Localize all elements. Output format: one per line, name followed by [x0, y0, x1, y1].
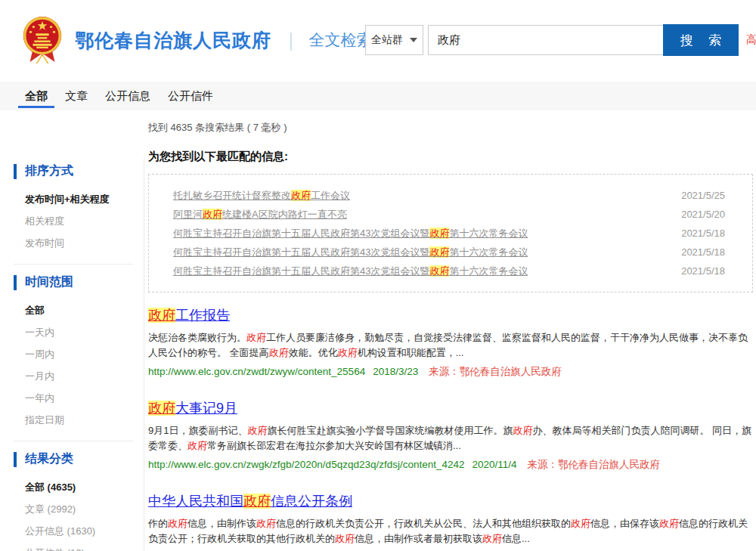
matched-link[interactable]: 阿里河政府统建楼A区院内路灯一直不亮	[173, 205, 347, 224]
site-title: 鄂伦春自治旗人民政府	[75, 28, 271, 53]
matched-row: 托扎敏乡召开统计督察整改政府工作会议2021/5/25	[173, 186, 725, 205]
result-title-link[interactable]: 政府大事记9月	[148, 401, 237, 416]
tab-public-letter[interactable]: 公开信件	[161, 82, 220, 108]
sidebar-item-time-3[interactable]: 一月内	[0, 365, 144, 387]
sidebar-item-category-3[interactable]: 公开信件 (13)	[0, 542, 144, 551]
keyword-highlight: 政府	[187, 440, 207, 451]
sidebar-accent-bar	[14, 164, 17, 179]
results-list: 政府工作报告决惩治各类腐败行为。政府工作人员要廉洁修身，勤勉尽责，自觉接受法律监…	[148, 307, 753, 551]
keyword-highlight: 政府	[429, 265, 449, 277]
search-result: 政府大事记9月9月1日，旗委副书记、政府旗长何胜宝赴旗实验小学督导国家统编教材使…	[148, 400, 753, 472]
sidebar-item-category-2[interactable]: 公开信息 (1630)	[0, 520, 144, 542]
text-segment: 大事记9月	[175, 401, 237, 416]
sidebar-divider	[14, 264, 133, 265]
tab-article[interactable]: 文章	[58, 82, 94, 108]
result-title: 政府工作报告	[148, 307, 753, 323]
keyword-highlight: 政府	[256, 518, 276, 529]
keyword-highlight: 政府	[168, 518, 187, 529]
matched-link[interactable]: 何胜宝主持召开自治旗第十五届人民政府第43次党组会议暨政府第十六次常务会议	[173, 243, 528, 262]
matched-date: 2021/5/18	[681, 262, 725, 280]
result-title-link[interactable]: 政府工作报告	[148, 308, 230, 323]
search-scope-select[interactable]: 全站群	[365, 25, 423, 55]
text-segment: 工作会议	[311, 190, 350, 201]
keyword-highlight: 政府	[659, 518, 679, 529]
results-main: 为您找到以下最匹配的信息: 托扎敏乡召开统计督察整改政府工作会议2021/5/2…	[148, 150, 753, 551]
sidebar-item-sort-2[interactable]: 发布时间	[0, 232, 144, 254]
matched-date: 2021/5/18	[681, 243, 725, 262]
site-subtitle: 全文检索	[309, 29, 373, 51]
search-bar: 全站群 搜 索 高	[365, 24, 756, 56]
sidebar-divider	[14, 441, 133, 441]
text-segment: 决惩治各类腐败行为。	[148, 332, 246, 343]
sidebar-item-time-0[interactable]: 全部	[0, 299, 144, 321]
text-segment: 信息公开条例	[271, 494, 352, 509]
result-date: 2020/11/4	[472, 459, 517, 470]
result-url-line: http://www.elc.gov.cn/zwgk/zfgb/2020n/d5…	[148, 458, 753, 472]
national-emblem-logo	[19, 15, 66, 65]
search-results-page: 鄂伦春自治旗人民政府 ｜ 全文检索 全站群 搜 索 高 全部文章公开信息公开信件…	[0, 0, 756, 551]
matched-date: 2021/5/20	[681, 205, 725, 224]
sidebar-item-time-2[interactable]: 一周内	[0, 343, 144, 365]
text-segment: 信息，由制作或者最初获取该	[355, 533, 482, 544]
sidebar-item-time-1[interactable]: 一天内	[0, 321, 144, 343]
sidebar-accent-bar	[14, 275, 17, 290]
keyword-highlight: 政府	[429, 228, 449, 239]
text-segment: 效能。优化	[289, 347, 338, 358]
result-source: 来源：鄂伦春自治旗人民政府	[528, 459, 661, 470]
matched-heading: 为您找到以下最匹配的信息:	[148, 150, 753, 164]
matched-row: 何胜宝主持召开自治旗第十五届人民政府第43次党组会议暨政府第十六次常务会议202…	[173, 243, 725, 262]
keyword-highlight: 政府	[246, 332, 266, 343]
matched-link[interactable]: 何胜宝主持召开自治旗第十五届人民政府第43次党组会议暨政府第十六次常务会议	[173, 262, 528, 280]
text-segment: 第十六次常务会议	[449, 228, 528, 239]
keyword-highlight: 政府	[291, 190, 311, 201]
keyword-highlight: 政府	[335, 533, 355, 544]
text-segment: 何胜宝主持召开自治旗第十五届人民政府第43次党组会议暨	[173, 265, 429, 277]
sidebar-item-category-0[interactable]: 全部 (4635)	[0, 476, 144, 498]
keyword-highlight: 政府	[482, 533, 502, 544]
matched-row: 阿里河政府统建楼A区院内路灯一直不亮2021/5/20	[173, 205, 725, 224]
advanced-search-link[interactable]: 高	[746, 33, 756, 47]
sidebar-accent-bar	[14, 452, 17, 467]
text-segment: 旗长何胜宝赴旗实验小学督导国家统编教材使用工作。旗	[267, 425, 513, 436]
search-button[interactable]: 搜 索	[663, 24, 739, 56]
text-segment: 信息的行政机关负责公开，行政机关从公民、法人和其他组织获取的	[276, 518, 571, 529]
keyword-highlight: 政府	[338, 347, 358, 358]
matched-link[interactable]: 何胜宝主持召开自治旗第十五届人民政府第43次党组会议暨政府第十六次常务会议	[173, 224, 528, 243]
sidebar-item-time-5[interactable]: 指定日期	[0, 409, 144, 431]
sidebar-section-title: 结果分类	[25, 451, 73, 467]
chevron-down-icon	[410, 38, 417, 42]
keyword-highlight: 政府	[243, 494, 271, 509]
keyword-highlight: 政府	[247, 425, 267, 436]
keyword-highlight: 政府	[148, 308, 175, 323]
text-segment: 9月1日，旗委副书记、	[148, 425, 247, 436]
sidebar-section-title: 排序方式	[25, 163, 73, 179]
text-segment: 信息...	[502, 533, 530, 544]
tab-public-info[interactable]: 公开信息	[98, 82, 157, 108]
matched-row: 何胜宝主持召开自治旗第十五届人民政府第43次党组会议暨政府第十六次常务会议202…	[173, 224, 725, 243]
result-title: 政府大事记9月	[148, 400, 753, 416]
matched-link[interactable]: 托扎敏乡召开统计督察整改政府工作会议	[173, 186, 350, 205]
result-title-link[interactable]: 中华人民共和国政府信息公开条例	[148, 494, 352, 509]
result-url[interactable]: http://www.elc.gov.cn/zwgk/zfgb/2020n/d5…	[148, 459, 465, 470]
site-header: 鄂伦春自治旗人民政府 ｜ 全文检索 全站群 搜 索 高	[0, 0, 756, 82]
tab-all[interactable]: 全部	[18, 82, 54, 108]
site-brand: 鄂伦春自治旗人民政府 ｜ 全文检索	[19, 15, 373, 65]
title-separator: ｜	[282, 28, 300, 52]
result-url[interactable]: http://www.elc.gov.cn/zwdt/zwyw/content_…	[148, 366, 365, 377]
sidebar-item-category-1[interactable]: 文章 (2992)	[0, 498, 144, 520]
text-segment: 机构设置和职能配置，...	[358, 347, 464, 358]
sidebar-item-sort-0[interactable]: 发布时间+相关程度	[0, 188, 144, 210]
search-input[interactable]	[428, 25, 663, 55]
keyword-highlight: 政府	[429, 246, 449, 258]
sidebar-item-time-4[interactable]: 一年内	[0, 387, 144, 409]
sidebar-item-sort-1[interactable]: 相关程度	[0, 210, 144, 232]
result-snippet: 决惩治各类腐败行为。政府工作人员要廉洁修身，勤勉尽责，自觉接受法律监督、监察监督…	[148, 330, 753, 361]
text-segment: 信息，由保存该	[590, 518, 659, 529]
text-segment: 作的	[148, 518, 168, 529]
keyword-highlight: 政府	[203, 209, 222, 220]
sidebar-section-heading-category: 结果分类	[14, 451, 144, 467]
results-meta: 找到 4635 条搜索结果 ( 7 毫秒 )	[148, 121, 287, 135]
filter-sidebar: 排序方式发布时间+相关程度相关程度发布时间时间范围全部一天内一周内一月内一年内指…	[0, 159, 144, 551]
result-date: 2018/3/23	[373, 366, 418, 377]
sidebar-section-title: 时间范围	[25, 274, 73, 290]
